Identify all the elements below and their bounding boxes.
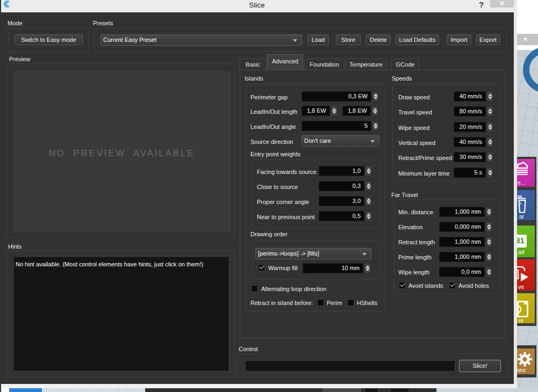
svg-text:1: 1 <box>517 274 520 279</box>
svg-text:1: 1 <box>520 201 522 206</box>
